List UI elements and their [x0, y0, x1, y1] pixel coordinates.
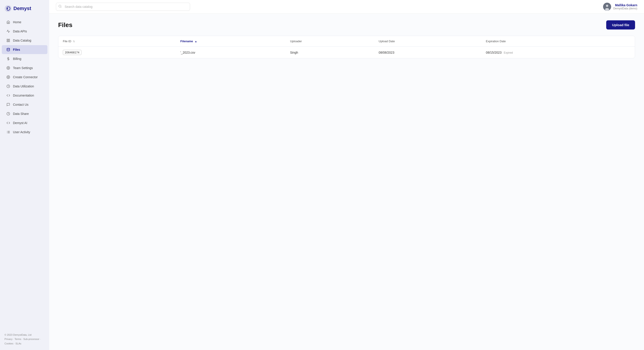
files-table: File ID ⇅ Filename ▲ Uploader Upload Dat… — [58, 36, 635, 58]
cell-uploader: Singh — [286, 47, 374, 58]
svg-point-0 — [5, 5, 12, 12]
cookies-link[interactable]: Cookies — [4, 342, 14, 345]
sidebar-item-data-apis-label: Data APIs — [13, 29, 27, 33]
sidebar-item-create-connector[interactable]: Create Connector — [2, 73, 48, 82]
search-icon — [58, 5, 62, 9]
sort-icon-filename: ▲ — [195, 40, 197, 43]
col-uploader-label: Uploader — [290, 39, 302, 43]
sub-processor-link[interactable]: Sub-processor — [23, 338, 39, 341]
page-content: Files Upload file File ID ⇅ Filename ▲ — [49, 14, 644, 350]
user-activity-icon — [6, 130, 10, 134]
sidebar-item-files-label: Files — [13, 48, 20, 51]
files-table-card: File ID ⇅ Filename ▲ Uploader Upload Dat… — [58, 36, 635, 58]
page-title: Files — [58, 21, 72, 29]
sidebar-item-billing-label: Billing — [13, 57, 21, 60]
sidebar-item-contact-us[interactable]: Contact Us — [2, 100, 48, 109]
data-share-icon — [6, 112, 10, 116]
col-uploader[interactable]: Uploader — [286, 36, 374, 47]
home-icon — [6, 20, 10, 24]
logo-text: Demyst — [14, 5, 31, 11]
data-catalog-icon — [6, 38, 10, 42]
files-icon — [6, 48, 10, 52]
sidebar-nav: Home Data APIs Data Catalog Files — [0, 16, 49, 329]
svg-rect-2 — [7, 39, 8, 40]
data-apis-icon — [6, 29, 10, 33]
sidebar-item-data-share[interactable]: Data Share — [2, 109, 48, 118]
svg-rect-3 — [8, 39, 10, 40]
sidebar-item-home[interactable]: Home — [2, 18, 48, 26]
file-id-badge: 206468174 — [63, 50, 82, 55]
svg-line-19 — [60, 7, 61, 7]
sidebar-item-files[interactable]: Files — [2, 45, 48, 54]
cell-upload-date: 08/08/2023 — [374, 47, 482, 58]
search-input[interactable] — [56, 3, 190, 11]
cell-expiration-date: 08/15/2023 Expired — [482, 47, 635, 58]
cell-filename: '_2023.csv — [176, 47, 286, 58]
user-avatar — [603, 3, 611, 11]
svg-point-1 — [7, 8, 8, 9]
col-expiration-date-label: Expiration Date — [486, 39, 506, 43]
team-settings-icon — [6, 66, 10, 70]
sidebar-item-data-share-label: Data Share — [13, 112, 29, 116]
svg-point-6 — [7, 48, 10, 49]
svg-rect-4 — [7, 41, 8, 42]
sidebar-item-data-catalog-label: Data Catalog — [13, 39, 31, 42]
create-connector-icon — [6, 75, 10, 79]
sidebar-item-data-utilization-label: Data Utilization — [13, 84, 34, 88]
sidebar-item-home-label: Home — [13, 20, 21, 24]
col-file-id[interactable]: File ID ⇅ — [58, 36, 176, 47]
sort-icon-file-id: ⇅ — [73, 40, 75, 43]
expiration-date-value: 08/15/2023 — [486, 51, 502, 54]
svg-rect-5 — [8, 41, 10, 42]
search-bar — [56, 3, 190, 11]
col-expiration-date[interactable]: Expiration Date — [482, 36, 635, 47]
table-row: 206468174 '_2023.csv Singh 08/08/2023 08… — [58, 47, 635, 58]
sidebar-item-billing[interactable]: Billing — [2, 54, 48, 63]
contact-us-icon — [6, 103, 10, 107]
user-name: Mallika Gokarn — [613, 3, 637, 7]
sidebar-item-documentation-label: Documentation — [13, 94, 34, 97]
table-body: 206468174 '_2023.csv Singh 08/08/2023 08… — [58, 47, 635, 58]
documentation-icon — [6, 93, 10, 97]
sidebar-item-documentation[interactable]: Documentation — [2, 91, 48, 100]
billing-icon — [6, 57, 10, 61]
user-org: DemystData (demo) — [613, 7, 637, 10]
copyright: © 2023 DemystData, Ltd — [4, 333, 45, 337]
sidebar-footer: © 2023 DemystData, Ltd Privacy · Terms ·… — [0, 329, 49, 350]
page-header: Files Upload file — [58, 20, 635, 29]
footer-links: Privacy · Terms · Sub-processor · Cookie… — [4, 337, 45, 346]
col-upload-date[interactable]: Upload Date — [374, 36, 482, 47]
sidebar-item-demyst-ai-label: Demyst AI — [13, 121, 27, 125]
data-utilization-icon — [6, 84, 10, 88]
sidebar-item-create-connector-label: Create Connector — [13, 75, 38, 79]
sidebar-item-demyst-ai[interactable]: Demyst AI — [2, 118, 48, 127]
svg-point-8 — [8, 67, 9, 68]
user-details: Mallika Gokarn DemystData (demo) — [613, 3, 637, 10]
logo: Demyst — [0, 0, 49, 16]
col-file-id-label: File ID — [63, 39, 71, 43]
sidebar-item-user-activity[interactable]: User Activity — [2, 128, 48, 137]
table-header: File ID ⇅ Filename ▲ Uploader Upload Dat… — [58, 36, 635, 47]
privacy-link[interactable]: Privacy — [4, 338, 12, 341]
col-upload-date-label: Upload Date — [378, 39, 395, 43]
sidebar-item-team-settings[interactable]: Team Settings — [2, 63, 48, 72]
demyst-logo-icon — [4, 5, 12, 12]
col-filename-label: Filename — [180, 39, 193, 43]
svg-point-22 — [605, 8, 609, 11]
cell-file-id: 206468174 — [58, 47, 176, 58]
sidebar-item-data-catalog[interactable]: Data Catalog — [2, 36, 48, 45]
terms-link[interactable]: Terms — [14, 338, 21, 341]
sidebar-item-user-activity-label: User Activity — [13, 130, 30, 134]
user-info-section: Mallika Gokarn DemystData (demo) — [603, 3, 637, 11]
demyst-ai-icon — [6, 121, 10, 125]
main-area: Mallika Gokarn DemystData (demo) Files U… — [49, 0, 644, 350]
slas-link[interactable]: SLAs — [16, 342, 21, 345]
col-filename[interactable]: Filename ▲ — [176, 36, 286, 47]
sidebar-item-contact-us-label: Contact Us — [13, 103, 28, 106]
sidebar-item-team-settings-label: Team Settings — [13, 66, 33, 70]
sidebar: Demyst Home Data APIs Data Catalog — [0, 0, 49, 350]
topbar: Mallika Gokarn DemystData (demo) — [49, 0, 644, 14]
sidebar-item-data-apis[interactable]: Data APIs — [2, 27, 48, 36]
sidebar-item-data-utilization[interactable]: Data Utilization — [2, 82, 48, 91]
upload-file-button[interactable]: Upload file — [606, 20, 635, 29]
